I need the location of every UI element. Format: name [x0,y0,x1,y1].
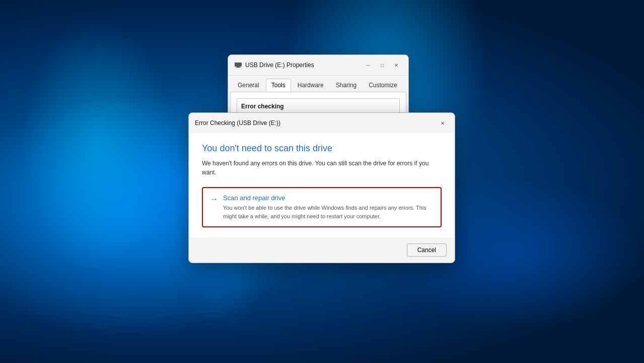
scan-option-desc: You won't be able to use the drive while… [223,204,434,220]
titlebar-controls: ─ □ ✕ [362,59,402,71]
error-dialog-titlebar: Error Checking (USB Drive (E:)) ✕ [189,113,455,133]
tab-sharing[interactable]: Sharing [330,79,362,92]
properties-close-button[interactable]: ✕ [390,59,402,71]
svg-rect-2 [236,67,241,68]
properties-tabs: General Tools Hardware Sharing Customize [228,76,408,92]
error-dialog-body: You don't need to scan this drive We hav… [190,133,454,237]
error-dialog-description: We haven't found any errors on this driv… [202,159,442,177]
error-dialog-title: Error Checking (USB Drive (E:)) [195,119,280,127]
cancel-button-error[interactable]: Cancel [407,244,447,257]
tab-general[interactable]: General [232,79,265,92]
svg-rect-0 [235,63,242,67]
error-dialog-close-button[interactable]: ✕ [437,117,449,129]
error-dialog-footer: Cancel [189,237,455,263]
tab-customize[interactable]: Customize [363,79,403,92]
error-checking-dialog: Error Checking (USB Drive (E:)) ✕ You do… [188,112,455,263]
maximize-button[interactable]: □ [376,59,388,71]
properties-title: USB Drive (E:) Properties [245,62,314,69]
minimize-button[interactable]: ─ [362,59,374,71]
error-dialog-heading: You don't need to scan this drive [202,143,442,154]
scan-option-content: Scan and repair drive You won't be able … [223,194,434,220]
tab-hardware[interactable]: Hardware [292,79,329,92]
drive-icon [234,61,242,69]
scan-repair-option[interactable]: → Scan and repair drive You won't be abl… [202,187,442,227]
scan-option-title: Scan and repair drive [223,194,434,202]
arrow-right-icon: → [210,195,218,204]
properties-titlebar-left: USB Drive (E:) Properties [234,61,314,69]
tab-tools[interactable]: Tools [266,79,291,92]
error-checking-title: Error checking [241,103,395,110]
properties-titlebar: USB Drive (E:) Properties ─ □ ✕ [228,55,408,76]
